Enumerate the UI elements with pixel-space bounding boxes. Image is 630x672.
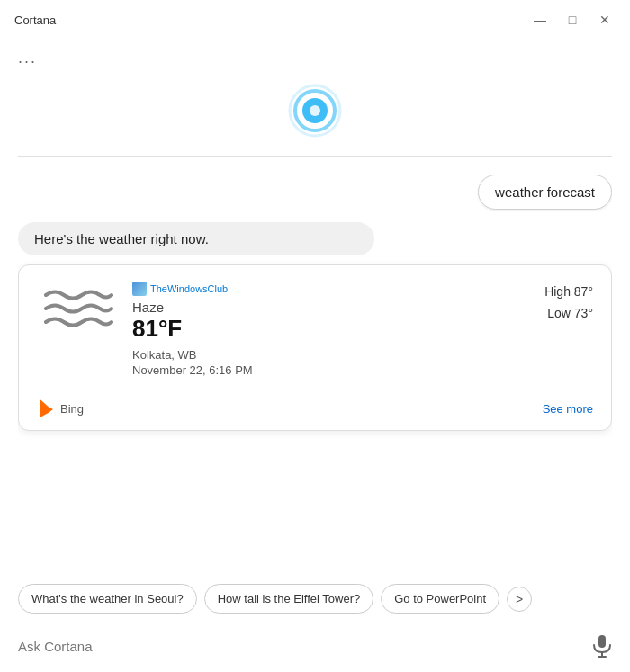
- weather-icon-area: [37, 282, 118, 340]
- cortana-logo-area: [18, 75, 612, 156]
- cortana-response: Here's the weather right now.: [18, 222, 612, 431]
- chat-area: weather forecast Here's the weather righ…: [18, 175, 612, 575]
- weather-info: TheWindowsClub Haze 81°F High 87° Low 73…: [132, 282, 593, 377]
- user-bubble: weather forecast: [478, 175, 612, 210]
- response-text: Here's the weather right now.: [18, 222, 374, 255]
- haze-icon: [41, 282, 113, 340]
- maximize-button[interactable]: □: [558, 7, 587, 32]
- weather-location: Kolkata, WB: [132, 348, 593, 362]
- svg-rect-4: [598, 635, 606, 648]
- weather-low: Low 73°: [544, 303, 593, 325]
- suggestion-chip-0[interactable]: What's the weather in Seoul?: [18, 584, 197, 614]
- menu-dots[interactable]: ...: [18, 38, 612, 75]
- weather-card-footer: Bing See more: [37, 390, 593, 417]
- suggestions-row: What's the weather in Seoul? How tall is…: [18, 575, 612, 623]
- suggestion-chip-2[interactable]: Go to PowerPoint: [381, 584, 500, 614]
- cortana-icon: [288, 84, 342, 138]
- weather-date: November 22, 6:16 PM: [132, 363, 593, 377]
- bing-icon: [37, 399, 53, 417]
- ask-cortana-input[interactable]: [18, 639, 583, 654]
- twc-label: TheWindowsClub: [150, 283, 228, 294]
- window-controls: — □ ✕: [526, 7, 619, 32]
- title-bar: Cortana — □ ✕: [0, 0, 630, 38]
- user-message: weather forecast: [18, 175, 612, 210]
- divider: [18, 156, 612, 157]
- weather-card: TheWindowsClub Haze 81°F High 87° Low 73…: [18, 264, 612, 431]
- twc-logo-icon: [132, 282, 147, 296]
- weather-highlow: High 87° Low 73°: [544, 282, 593, 325]
- main-content: ... weather forecast Here's the weather …: [0, 38, 630, 672]
- minimize-button[interactable]: —: [526, 7, 554, 32]
- bing-label: Bing: [60, 402, 84, 416]
- weather-condition: Haze: [132, 300, 228, 315]
- weather-high: High 87°: [544, 282, 593, 303]
- app-title: Cortana: [14, 13, 56, 27]
- weather-condition-col: TheWindowsClub Haze 81°F: [132, 282, 228, 343]
- more-suggestions-button[interactable]: >: [507, 587, 532, 612]
- twc-badge: TheWindowsClub: [132, 282, 228, 296]
- microphone-button[interactable]: [592, 634, 612, 658]
- svg-point-3: [310, 105, 320, 116]
- input-bar: [18, 623, 612, 672]
- see-more-link[interactable]: See more: [543, 402, 593, 416]
- weather-temperature: 81°F: [132, 315, 228, 343]
- weather-top: TheWindowsClub Haze 81°F High 87° Low 73…: [132, 282, 593, 343]
- suggestion-chip-1[interactable]: How tall is the Eiffel Tower?: [204, 584, 374, 614]
- close-button[interactable]: ✕: [590, 7, 619, 32]
- microphone-icon: [592, 634, 612, 658]
- cortana-logo: [288, 84, 342, 138]
- bing-logo-area: Bing: [37, 399, 84, 417]
- weather-card-main: TheWindowsClub Haze 81°F High 87° Low 73…: [37, 282, 593, 377]
